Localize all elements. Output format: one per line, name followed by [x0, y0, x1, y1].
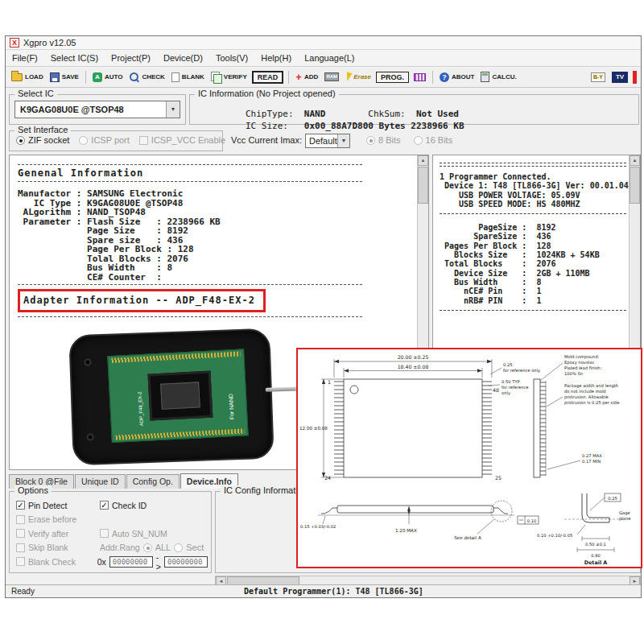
add-button[interactable]: + ADD — [294, 72, 320, 83]
check-id-checkbox[interactable]: ✓ Check ID — [100, 501, 147, 510]
addr-range-all-label: ALL — [155, 543, 171, 552]
hex-prefix-label: 0x — [97, 557, 106, 567]
radio-icon — [16, 136, 25, 145]
icsize-value: 0x00_88A7D800 Bytes 2238966 KB — [304, 121, 464, 131]
ram-button[interactable]: RAM — [323, 72, 341, 82]
blank-check-checkbox[interactable]: Blank Check — [16, 557, 97, 567]
check-id-label: Check ID — [112, 501, 147, 510]
icsp-vcc-checkbox[interactable]: ICSP_VCC Enable — [139, 135, 225, 145]
pin-48-label: 48 — [493, 387, 499, 393]
programmer-line: Device 1: T48 [TL866-3G] Ver: 00.01.04 — [440, 181, 637, 190]
auto-sn-label: Auto SN_NUM — [112, 529, 167, 539]
floppy-disk-icon — [50, 72, 60, 82]
menu-item-device[interactable]: Device(D) — [157, 52, 209, 64]
options-group-label: Options — [14, 485, 52, 495]
ref-050-note-1: for reference — [502, 385, 529, 390]
plus-icon: + — [295, 72, 302, 82]
b-to-y-button[interactable]: B-Y — [589, 72, 607, 83]
verify-after-checkbox[interactable]: Verify after — [16, 529, 100, 539]
tv-button[interactable]: TV — [610, 71, 630, 84]
pkg-note-4: protrusion is 0.25 per side. — [564, 400, 621, 406]
tab-unique-id[interactable]: Unique ID — [75, 474, 126, 489]
skip-blank-checkbox[interactable]: Skip Blank — [16, 543, 100, 552]
verify-button[interactable]: VERIFY — [209, 71, 249, 83]
scrollbar-thumb[interactable] — [630, 167, 640, 204]
tab-config-op[interactable]: Config Op. — [126, 474, 180, 489]
auto-button[interactable]: AUTO — [91, 72, 125, 83]
radio-icon — [79, 136, 88, 145]
b-to-y-icon: B-Y — [591, 72, 605, 82]
general-information-title: Genenal Information — [18, 167, 428, 179]
ref-025-label: 0.25 — [503, 362, 513, 367]
dashed-rule — [440, 213, 626, 214]
auto-sn-checkbox[interactable]: Auto SN_NUM — [100, 529, 167, 539]
screw-hole — [84, 358, 91, 365]
about-button[interactable]: ? ABOUT — [438, 72, 476, 83]
bits-16-radio[interactable]: 16 Bits — [414, 135, 453, 145]
scroll-up-arrow-icon[interactable]: ▲ — [630, 155, 640, 166]
status-bar: Ready Default Programmer(1): T48 [TL866-… — [6, 584, 641, 597]
zif-socket-radio[interactable]: ZIF socket — [16, 135, 69, 145]
menu-item-select-ic[interactable]: Select IC(S) — [44, 52, 105, 64]
addr-range-sect-radio[interactable]: Sect — [174, 543, 204, 552]
addr-to-input[interactable] — [164, 556, 208, 568]
menu-item-language[interactable]: Language(L) — [298, 52, 361, 64]
dashed-rule — [18, 181, 362, 182]
save-button[interactable]: SAVE — [48, 72, 80, 83]
programmer-info-text: 1 Programmer Connected. Device 1: T48 [T… — [433, 155, 640, 311]
select-ic-combobox[interactable]: K9GAG08U0E @TSOP48 ▼ — [14, 101, 180, 118]
menu-item-tools[interactable]: Tools(V) — [209, 52, 254, 64]
menu-item-help[interactable]: Help(H) — [254, 52, 298, 64]
foot-tolerance-dim: 0.10 +0.10/-0.05 — [537, 533, 572, 538]
load-button[interactable]: LOAD — [10, 72, 45, 82]
tsop48-package-drawing: 20.00 ±0.25 18.40 ±0.08 12.00 ±0.08 1 24… — [299, 350, 640, 565]
mold-note-4: 100% Sn — [564, 371, 583, 376]
pin-detect-checkbox[interactable]: ✓ Pin Detect — [16, 501, 100, 510]
bits-8-radio[interactable]: 8 Bits — [366, 135, 401, 145]
menu-item-file[interactable]: File(F) — [6, 52, 44, 64]
radio-icon — [143, 543, 152, 552]
pin-header-button[interactable] — [412, 72, 427, 82]
checkbox-icon — [16, 557, 25, 566]
mold-note-1: Mold compound: — [564, 354, 599, 360]
pkg-note-2: do not include mold — [564, 389, 606, 394]
title-bar: X Xgpro v12.05 — [6, 36, 641, 50]
addr-range-all-radio[interactable]: ALL — [143, 543, 171, 552]
scrollbar-thumb[interactable] — [418, 167, 428, 204]
ref-025-note: for reference only — [503, 368, 540, 374]
blank-button[interactable]: BLANK — [170, 72, 206, 83]
addr-from-input[interactable] — [109, 556, 153, 568]
add-label: ADD — [304, 73, 318, 80]
calculator-icon — [481, 72, 489, 82]
toolbar-separator — [85, 71, 86, 84]
vcc-current-value: Default — [306, 134, 337, 147]
icsp-port-radio[interactable]: ICSP port — [79, 135, 130, 145]
select-ic-group-label: Select IC — [14, 89, 57, 98]
menu-item-project[interactable]: Project(P) — [105, 52, 157, 64]
calcu-button[interactable]: CALCU. — [479, 71, 518, 83]
gage-offset-dim: 0.25 — [608, 496, 617, 501]
prog-button[interactable]: PROG. — [376, 72, 409, 83]
app-window: X Xgpro v12.05 File(F) Select IC(S) Proj… — [5, 35, 642, 598]
about-label: ABOUT — [452, 73, 474, 80]
tsop48-socket — [147, 371, 213, 421]
erase-button[interactable]: Erase — [344, 72, 373, 82]
dashed-rule — [18, 284, 362, 285]
erase-before-checkbox[interactable]: Erase before — [16, 514, 100, 524]
scroll-up-arrow-icon[interactable]: ▲ — [418, 155, 428, 166]
read-button[interactable]: READ — [252, 71, 284, 84]
auto-label: AUTO — [105, 73, 123, 80]
check-button[interactable]: CHECK — [127, 71, 166, 83]
vcc-dropdown-button[interactable]: ▼ — [337, 134, 349, 147]
dashed-rule — [440, 166, 626, 167]
pin-header-icon — [414, 73, 426, 81]
select-ic-dropdown-button[interactable]: ▼ — [166, 101, 180, 118]
vcc-current-combobox[interactable]: Default ▼ — [305, 134, 350, 148]
checkbox-icon — [16, 543, 25, 552]
select-ic-group: Select IC K9GAG08U0E @TSOP48 ▼ — [9, 94, 186, 125]
programmer-line: nRB# PIN : 1 — [440, 296, 637, 305]
pkg-note-3: protrusion. Allowable — [564, 394, 609, 400]
open-folder-icon — [11, 73, 23, 81]
info-line: Bus Width : 8 — [18, 263, 428, 273]
dim-12-label: 12.00 ±0.08 — [299, 426, 328, 431]
